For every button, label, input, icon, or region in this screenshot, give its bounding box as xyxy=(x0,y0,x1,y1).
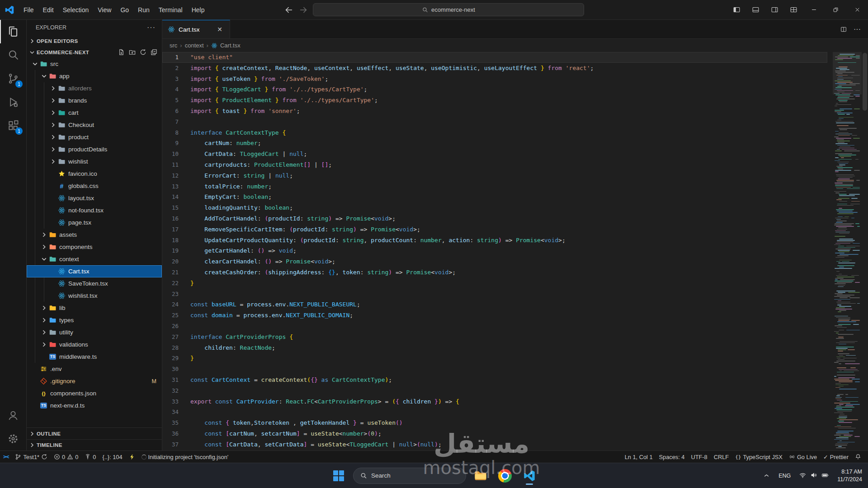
tree-item-wishlist[interactable]: wishlist xyxy=(27,155,162,168)
more-actions-icon[interactable]: ··· xyxy=(852,24,863,35)
code-line[interactable]: 22} xyxy=(162,278,827,289)
toggle-sidebar-icon[interactable] xyxy=(727,0,746,20)
new-file-icon[interactable] xyxy=(117,48,126,57)
notifications-bell[interactable] xyxy=(852,451,864,463)
code-line[interactable]: 25const domain = process.env.NEXT_PUBLIC… xyxy=(162,310,827,321)
code-line[interactable]: 35 const { token,Storetoken , getTokenHa… xyxy=(162,418,827,428)
tree-item-components-json[interactable]: {}components.json xyxy=(27,387,162,399)
tree-item-globals-css[interactable]: #globals.css xyxy=(27,180,162,192)
bracket-counter[interactable]: {..}: 104 xyxy=(99,451,125,463)
tree-item-page-tsx[interactable]: page.tsx xyxy=(27,216,162,229)
menu-view[interactable]: View xyxy=(93,4,116,16)
code-line[interactable]: 13 totalPrice: number; xyxy=(162,181,827,192)
tree-item--env[interactable]: .env xyxy=(27,363,162,375)
code-line[interactable]: 9 cartNum: number; xyxy=(162,138,827,149)
language-indicator[interactable]: ENG xyxy=(775,467,794,485)
command-center-search[interactable]: ecommerce-next xyxy=(313,3,584,16)
tree-item-cart-tsx[interactable]: Cart.tsx xyxy=(27,265,162,277)
code-line[interactable]: 24const baseURL = process.env.NEXT_PUBLI… xyxy=(162,299,827,310)
activity-account[interactable] xyxy=(0,404,26,427)
code-line[interactable]: 1"use client" xyxy=(162,52,827,63)
tree-item-productdetails[interactable]: productDetails xyxy=(27,143,162,155)
code-line[interactable]: 23 xyxy=(162,289,827,300)
menu-terminal[interactable]: Terminal xyxy=(154,4,187,16)
code-line[interactable]: 19 getCartHandel: () => void; xyxy=(162,245,827,256)
prettier-indicator[interactable]: ✓ Prettier xyxy=(820,451,852,463)
code-line[interactable]: 21 createCashOrder: (shippingAddress: {}… xyxy=(162,267,827,278)
activity-run-debug[interactable] xyxy=(0,90,26,114)
cursor-position[interactable]: Ln 1, Col 1 xyxy=(622,451,656,463)
code-line[interactable]: 10 CartData: TLoggedCart | null; xyxy=(162,149,827,160)
tree-item-product[interactable]: product xyxy=(27,131,162,143)
code-line[interactable]: 20 clearCartHandel: () => Promise<void>; xyxy=(162,256,827,267)
views-more-icon[interactable]: ··· xyxy=(147,23,156,32)
activity-explorer[interactable] xyxy=(0,20,26,43)
collapse-all-icon[interactable] xyxy=(149,48,158,57)
tree-item-src[interactable]: src xyxy=(27,58,162,70)
code-editor[interactable]: 1"use client"2import { createContext, Re… xyxy=(162,52,868,450)
code-line[interactable]: 3import { useToken } from './SaveToken'; xyxy=(162,74,827,84)
tree-item-middleware-ts[interactable]: TSmiddleware.ts xyxy=(27,351,162,363)
language-mode[interactable]: {} TypeScript JSX xyxy=(732,451,786,463)
tree-item-components[interactable]: components xyxy=(27,241,162,253)
timeline-section[interactable]: TIMELINE xyxy=(27,439,162,450)
tree-item-utility[interactable]: utility xyxy=(27,326,162,338)
breadcrumb-item[interactable]: context xyxy=(185,42,204,49)
code-line[interactable]: 37 const [CartData, setCartData] = useSt… xyxy=(162,439,827,450)
tree-item-app[interactable]: app xyxy=(27,70,162,82)
tray-chevron-up-icon[interactable] xyxy=(760,467,774,485)
code-line[interactable]: 32 xyxy=(162,385,827,396)
project-section-header[interactable]: ECOMMERCE-NEXT xyxy=(27,47,162,58)
tab-close-icon[interactable]: ✕ xyxy=(215,25,224,34)
code-line[interactable]: 15 loadingQuantity: boolean; xyxy=(162,202,827,213)
code-line[interactable]: 36 const [cartNum, setcartNum] = useStat… xyxy=(162,428,827,439)
code-line[interactable]: 12 ErrorCart: string | null; xyxy=(162,170,827,181)
tree-item-layout-tsx[interactable]: layout.tsx xyxy=(27,192,162,204)
tree-item-lib[interactable]: lib xyxy=(27,302,162,314)
activity-search[interactable] xyxy=(0,43,26,67)
tree-item-allorders[interactable]: allorders xyxy=(27,82,162,94)
tree-item-savetoken-tsx[interactable]: SaveToken.tsx xyxy=(27,277,162,290)
refresh-icon[interactable] xyxy=(138,48,147,57)
code-line[interactable]: 34 xyxy=(162,407,827,418)
code-line[interactable]: 8interface CartContextType { xyxy=(162,127,827,138)
minimize-button[interactable] xyxy=(803,0,825,20)
outline-section[interactable]: OUTLINE xyxy=(27,428,162,439)
code-line[interactable]: 5import { ProductElement } from './../ty… xyxy=(162,95,827,106)
activity-settings[interactable] xyxy=(0,427,26,450)
code-line[interactable]: 6import { toast } from 'sonner'; xyxy=(162,106,827,117)
code-line[interactable]: 33export const CartProvider: React.FC<Ca… xyxy=(162,396,827,407)
code-line[interactable]: 11 cartproducts: ProductElement[] | []; xyxy=(162,160,827,170)
code-line[interactable]: 17 RemoveSpecificCartItem: (productId: s… xyxy=(162,224,827,235)
clock[interactable]: 8:17 AM 11/7/2024 xyxy=(834,467,865,485)
tree-item-assets[interactable]: assets xyxy=(27,229,162,241)
taskbar-search[interactable]: Search xyxy=(353,468,466,484)
lightning-indicator[interactable] xyxy=(126,451,138,463)
menu-file[interactable]: File xyxy=(19,4,38,16)
editor-scrollbar[interactable] xyxy=(863,53,867,111)
menu-selection[interactable]: Selection xyxy=(58,4,94,16)
eol-sequence[interactable]: CRLF xyxy=(711,451,732,463)
code-line[interactable]: 7 xyxy=(162,117,827,127)
open-editors-section[interactable]: OPEN EDITORS xyxy=(27,35,162,47)
breadcrumb-item[interactable]: src xyxy=(170,42,177,49)
close-button[interactable] xyxy=(846,0,868,20)
encoding[interactable]: UTF-8 xyxy=(688,451,710,463)
code-line[interactable]: 18 UpdateCartProductQuantity: (productId… xyxy=(162,235,827,246)
system-tray-cluster[interactable] xyxy=(796,467,832,485)
tree-item--gitignore[interactable]: .gitignoreM xyxy=(27,375,162,387)
file-explorer-button[interactable] xyxy=(471,466,491,486)
tree-item-cart[interactable]: cart xyxy=(27,107,162,119)
maximize-button[interactable] xyxy=(825,0,846,20)
tree-item-checkout[interactable]: Checkout xyxy=(27,119,162,131)
nav-forward-icon[interactable] xyxy=(298,5,308,15)
tree-item-wishlist-tsx[interactable]: wishlist.tsx xyxy=(27,290,162,302)
chrome-button[interactable] xyxy=(495,466,515,486)
toggle-panel-icon[interactable] xyxy=(746,0,765,20)
code-line[interactable]: 31const CartContext = createContext({} a… xyxy=(162,375,827,385)
code-line[interactable]: 28 children: ReactNode; xyxy=(162,343,827,353)
customize-layout-icon[interactable] xyxy=(784,0,803,20)
toggle-secondary-sidebar-icon[interactable] xyxy=(765,0,784,20)
nav-back-icon[interactable] xyxy=(284,5,294,15)
code-line[interactable]: 30 xyxy=(162,364,827,375)
